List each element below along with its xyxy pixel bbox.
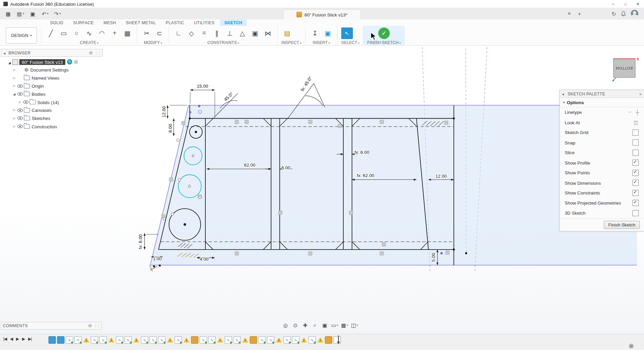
caret-icon[interactable] [19, 100, 23, 104]
timeline-feature[interactable] [48, 336, 56, 344]
timeline-feature[interactable] [133, 337, 140, 343]
dimension-label[interactable]: 4.00 [200, 257, 208, 262]
browser-item[interactable]: Named Views [1, 74, 103, 82]
eye-visibility-icon[interactable] [17, 108, 24, 112]
spline-tool-icon[interactable] [83, 28, 95, 39]
timeline-feature[interactable] [200, 336, 207, 344]
zoom-icon[interactable] [311, 321, 319, 329]
timeline-feature[interactable] [233, 336, 241, 344]
timeline-feature[interactable] [75, 336, 82, 344]
measure-tool-icon[interactable] [281, 28, 293, 39]
browser-item[interactable]: Origin [1, 82, 103, 90]
display-settings-icon[interactable] [331, 321, 338, 329]
timeline-feature[interactable] [141, 336, 148, 344]
browser-item[interactable]: Document Settings [1, 66, 103, 74]
dimension-label[interactable]: 5.00 [431, 253, 436, 262]
skip-to-start-icon[interactable] [3, 337, 7, 341]
minimize-button[interactable]: ─ [607, 0, 620, 8]
dimension-label[interactable]: 15.00 [197, 84, 208, 89]
eye-visibility-icon[interactable] [17, 125, 24, 128]
sketch-lines[interactable] [158, 105, 454, 265]
eye-visibility-icon[interactable] [17, 92, 24, 96]
option-checkbox[interactable] [633, 160, 639, 166]
viewports-icon[interactable] [351, 321, 358, 329]
option-checkbox[interactable] [633, 200, 639, 206]
chamfer-lines[interactable] [205, 118, 428, 249]
line-tool-icon[interactable] [45, 28, 57, 39]
timeline-feature[interactable] [66, 336, 73, 344]
caret-icon[interactable] [13, 76, 17, 80]
dimension-lines[interactable] [145, 83, 454, 265]
option-checkbox[interactable] [633, 180, 639, 186]
skip-to-end-icon[interactable] [28, 337, 32, 341]
save-icon[interactable] [27, 9, 39, 18]
dimension-label[interactable]: fx: 45.0° [300, 76, 313, 92]
finish-sketch-group-label[interactable]: FINISH SKETCH [367, 40, 401, 45]
timeline-feature[interactable] [217, 337, 224, 343]
timeline-feature[interactable] [267, 336, 275, 344]
caret-icon[interactable] [13, 125, 17, 128]
circle-tool-icon[interactable] [71, 28, 82, 39]
document-tab[interactable]: 60" Fusion Stick v13* [283, 9, 361, 20]
redo-icon[interactable] [52, 9, 63, 18]
tangent-constraint-icon[interactable] [186, 28, 197, 39]
option-checkbox[interactable] [633, 170, 639, 176]
timeline-feature[interactable] [276, 337, 282, 343]
grid-settings-icon[interactable] [341, 321, 348, 329]
browser-item[interactable]: Solids (14) [1, 98, 103, 106]
dimension-label[interactable]: fx: 6.00 [354, 150, 369, 155]
dimension-label[interactable]: 6.00 [282, 165, 290, 170]
pattern-tool-icon[interactable] [121, 28, 133, 39]
perpendicular-constraint-icon[interactable] [224, 28, 235, 39]
option-checkbox[interactable] [633, 149, 639, 156]
midpoint-constraint-icon[interactable] [237, 28, 248, 39]
create-group-label[interactable]: CREATE [45, 40, 133, 45]
timeline-feature[interactable] [325, 336, 332, 344]
inspect-group-label[interactable]: INSPECT [281, 40, 301, 45]
step-back-icon[interactable] [10, 337, 13, 341]
timeline-feature[interactable] [83, 337, 90, 343]
user-avatar[interactable] [631, 10, 638, 17]
ribbon-tab[interactable]: SKETCH [220, 19, 246, 26]
timeline-feature[interactable] [250, 336, 257, 344]
close-tab-icon[interactable]: ✕ [565, 10, 573, 17]
constraints-group-label[interactable]: CONSTRAINTS [173, 40, 274, 45]
look-at-icon[interactable] [634, 120, 638, 125]
caret-icon[interactable] [13, 84, 17, 88]
timeline-feature[interactable] [225, 336, 232, 344]
timeline-feature[interactable] [292, 336, 299, 344]
file-menu-icon[interactable] [15, 9, 26, 18]
caret-icon[interactable] [13, 92, 17, 96]
offset-tool-icon[interactable] [154, 28, 165, 39]
arc-tool-icon[interactable] [96, 28, 107, 39]
timeline-feature[interactable] [308, 336, 316, 344]
ribbon-tab[interactable]: SOLID [46, 19, 67, 26]
sketch-circles[interactable] [169, 126, 202, 240]
hidden-lines[interactable] [161, 127, 454, 242]
horizontal-vertical-constraint-icon[interactable] [173, 28, 184, 39]
select-group-label[interactable]: SELECT [341, 40, 359, 45]
expand-chevrons-icon[interactable] [639, 91, 644, 96]
option-checkbox[interactable] [633, 210, 639, 216]
caret-icon[interactable] [13, 117, 17, 120]
parallel-constraint-icon[interactable] [211, 28, 222, 39]
focus-target-icon[interactable] [74, 59, 78, 64]
timeline-feature[interactable] [183, 337, 190, 343]
select-tool-icon[interactable] [341, 28, 353, 39]
collapse-panel-icon[interactable] [1, 51, 7, 55]
ribbon-tab[interactable]: SURFACE [69, 19, 98, 26]
symmetry-constraint-icon[interactable] [262, 28, 274, 39]
viewcube-face[interactable]: BOTTOM [613, 59, 635, 78]
timeline-feature[interactable] [258, 336, 266, 344]
close-button[interactable]: ✕ [632, 0, 644, 8]
browser-item[interactable]: Construction [1, 122, 103, 130]
maximize-button[interactable]: □ [620, 0, 632, 8]
undo-icon[interactable] [39, 9, 51, 18]
modify-group-label[interactable]: MODIFY [141, 40, 165, 45]
timeline-feature[interactable] [301, 337, 307, 343]
step-forward-icon[interactable] [22, 337, 25, 341]
constraint-glyphs[interactable] [161, 120, 449, 255]
sketch-palette-header[interactable]: SKETCH PALETTE [560, 90, 644, 98]
caret-icon[interactable] [13, 68, 17, 72]
option-checkbox[interactable] [633, 139, 639, 145]
